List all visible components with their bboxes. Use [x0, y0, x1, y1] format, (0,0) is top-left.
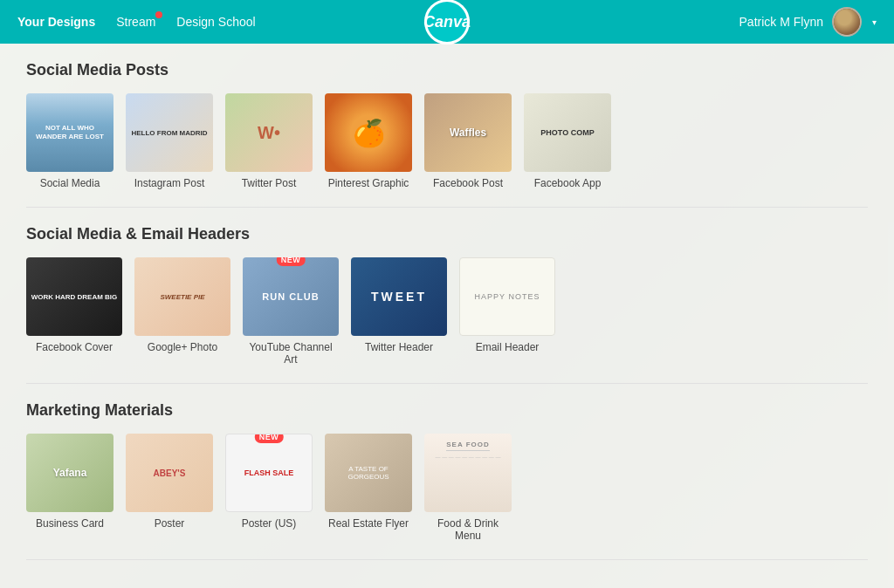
user-name: Patrick M Flynn [739, 15, 823, 29]
section-title-social-media-posts: Social Media Posts [26, 61, 868, 79]
list-item[interactable]: Facebook App [524, 93, 611, 189]
marketing-materials-row: Business Card Poster NEW Poster (US) Rea… [26, 434, 868, 542]
instagram-post-thumbnail [126, 93, 213, 172]
item-label-youtube-channel-art: YouTube Channel Art [247, 341, 334, 366]
youtube-channel-art-thumbnail: NEW [243, 257, 339, 336]
social-media-posts-row: Social Media Instagram Post Twitter Post… [26, 93, 868, 189]
list-item[interactable]: NEW YouTube Channel Art [243, 257, 339, 366]
item-label-poster-us: Poster (US) [242, 517, 297, 530]
list-item[interactable]: Twitter Header [351, 257, 447, 353]
list-item[interactable]: Pinterest Graphic [325, 93, 412, 189]
email-header-thumbnail [459, 257, 555, 336]
item-label-facebook-cover: Facebook Cover [36, 341, 113, 353]
list-item[interactable]: Facebook Post [424, 93, 512, 189]
food-drink-menu-thumbnail [424, 434, 512, 512]
section-title-social-media-headers: Social Media & Email Headers [26, 225, 868, 243]
twitter-header-thumbnail [351, 257, 447, 336]
list-item[interactable]: Real Estate Flyer [325, 434, 412, 530]
divider-2 [26, 383, 868, 384]
main-nav: Your Designs Stream Design School Canva … [0, 0, 894, 44]
social-media-thumbnail [26, 93, 113, 172]
poster-thumbnail [126, 434, 213, 512]
list-item[interactable]: Email Header [459, 257, 555, 353]
divider-3 [26, 559, 868, 560]
item-label-pinterest-graphic: Pinterest Graphic [328, 177, 409, 189]
main-content: Social Media Posts Social Media Instagra… [0, 44, 894, 588]
list-item[interactable]: Social Media [26, 93, 113, 189]
list-item[interactable]: Twitter Post [225, 93, 313, 189]
item-label-business-card: Business Card [36, 517, 104, 530]
list-item[interactable]: Poster [126, 434, 213, 530]
item-label-email-header: Email Header [476, 341, 540, 353]
item-label-instagram-post: Instagram Post [134, 177, 205, 189]
business-card-thumbnail [26, 434, 113, 512]
list-item[interactable]: Google+ Photo [134, 257, 230, 353]
section-marketing-materials: Marketing Materials Business Card Poster… [26, 401, 868, 542]
list-item[interactable]: Instagram Post [126, 93, 213, 189]
avatar[interactable] [832, 7, 862, 37]
list-item[interactable]: Food & Drink Menu [424, 434, 512, 542]
new-badge-poster-us: NEW [255, 434, 284, 443]
list-item[interactable]: Business Card [26, 434, 113, 530]
google-plus-thumbnail [134, 257, 230, 336]
item-label-facebook-app: Facebook App [534, 177, 602, 189]
item-label-poster: Poster [155, 517, 185, 530]
nav-left: Your Designs Stream Design School [17, 15, 256, 29]
facebook-post-thumbnail [424, 93, 512, 172]
item-label-twitter-post: Twitter Post [242, 177, 297, 189]
facebook-cover-thumbnail [26, 257, 122, 336]
pinterest-graphic-thumbnail [325, 93, 412, 172]
nav-your-designs[interactable]: Your Designs [17, 15, 95, 29]
poster-us-thumbnail: NEW [225, 434, 313, 512]
canva-logo[interactable]: Canva [424, 0, 470, 44]
list-item[interactable]: NEW Poster (US) [225, 434, 313, 530]
section-title-marketing-materials: Marketing Materials [26, 401, 868, 420]
item-label-twitter-header: Twitter Header [365, 341, 433, 353]
item-label-google-plus: Google+ Photo [148, 341, 217, 353]
nav-stream[interactable]: Stream [116, 15, 155, 29]
new-badge-youtube: NEW [277, 257, 306, 266]
social-media-headers-row: Facebook Cover Google+ Photo NEW YouTube… [26, 257, 868, 366]
user-menu-dropdown-icon[interactable]: ▾ [872, 17, 877, 27]
stream-notification-badge [155, 11, 162, 18]
avatar-image [834, 9, 860, 35]
item-label-facebook-post: Facebook Post [433, 177, 503, 189]
nav-right: Patrick M Flynn ▾ [739, 7, 877, 37]
item-label-food-drink-menu: Food & Drink Menu [424, 517, 512, 542]
facebook-app-thumbnail [524, 93, 611, 172]
item-label-real-estate-flyer: Real Estate Flyer [328, 517, 409, 530]
section-social-media-posts: Social Media Posts Social Media Instagra… [26, 61, 868, 189]
twitter-post-thumbnail [225, 93, 313, 172]
nav-design-school[interactable]: Design School [176, 15, 255, 29]
nav-logo[interactable]: Canva [424, 0, 470, 44]
real-estate-flyer-thumbnail [325, 434, 412, 512]
item-label-social-media: Social Media [40, 177, 100, 189]
section-social-media-headers: Social Media & Email Headers Facebook Co… [26, 225, 868, 366]
list-item[interactable]: Facebook Cover [26, 257, 122, 353]
divider-1 [26, 207, 868, 208]
